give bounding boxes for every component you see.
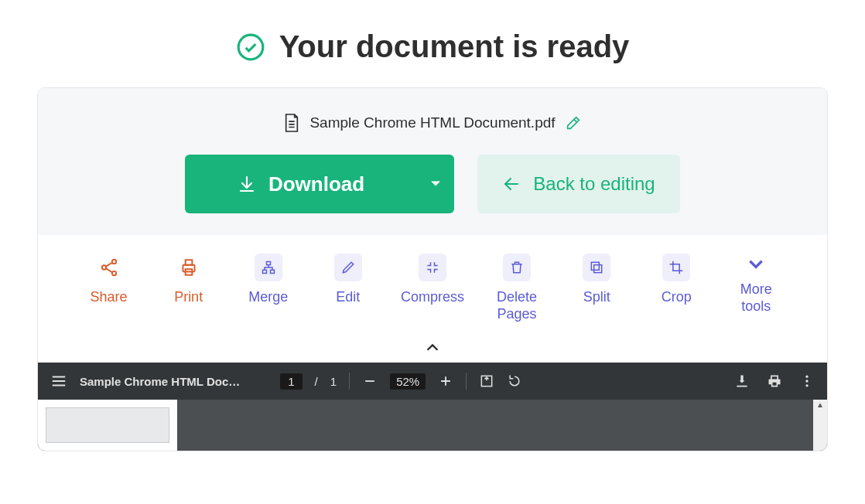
- page-title: Your document is ready: [279, 29, 630, 64]
- trash-icon: [503, 254, 531, 281]
- svg-point-15: [805, 384, 808, 387]
- tool-label: More tools: [740, 281, 772, 315]
- pdf-preview-area: ▲: [38, 400, 827, 451]
- download-icon: [238, 175, 256, 193]
- merge-icon: [255, 254, 282, 281]
- svg-rect-7: [266, 262, 270, 265]
- action-buttons: Download Back to editing: [185, 155, 680, 213]
- rotate-icon[interactable]: [507, 373, 522, 389]
- filename-row: Sample Chrome HTML Document.pdf: [283, 113, 581, 133]
- chevron-up-icon[interactable]: [424, 339, 441, 356]
- card-top-section: Sample Chrome HTML Document.pdf Download: [38, 88, 827, 235]
- divider: [349, 373, 350, 390]
- tool-label: Delete Pages: [497, 289, 537, 322]
- svg-rect-11: [594, 265, 602, 273]
- document-icon: [283, 113, 300, 133]
- tools-toolbar: Share Print Merge Edit Compress: [38, 235, 827, 336]
- tool-delete-pages[interactable]: Delete Pages: [490, 254, 544, 322]
- download-button[interactable]: Download: [185, 155, 454, 213]
- viewer-download-icon[interactable]: [734, 373, 750, 389]
- tool-label: Crop: [662, 289, 692, 306]
- chevron-down-icon: [746, 254, 766, 274]
- share-icon: [95, 254, 123, 281]
- check-circle-icon: [236, 32, 265, 62]
- fit-page-icon[interactable]: [479, 373, 494, 389]
- tool-split[interactable]: Split: [569, 254, 624, 306]
- svg-rect-8: [262, 270, 266, 273]
- svg-point-14: [805, 380, 808, 383]
- divider: [466, 373, 467, 390]
- zoom-out-icon[interactable]: [362, 373, 378, 389]
- filename-label: Sample Chrome HTML Document.pdf: [309, 114, 555, 131]
- back-to-editing-button[interactable]: Back to editing: [477, 155, 680, 213]
- caret-down-icon: [431, 179, 440, 189]
- edit-icon: [334, 254, 362, 281]
- result-card: Sample Chrome HTML Document.pdf Download: [37, 87, 828, 451]
- thumbnail-panel: [38, 400, 177, 451]
- tool-label: Share: [91, 289, 128, 306]
- download-options-caret[interactable]: [417, 179, 454, 189]
- split-icon: [583, 254, 610, 281]
- svg-rect-9: [270, 270, 274, 273]
- viewer-print-icon[interactable]: [767, 373, 782, 389]
- svg-rect-10: [591, 262, 599, 270]
- tool-compress[interactable]: Compress: [401, 254, 464, 306]
- compress-icon: [419, 254, 446, 281]
- zoom-in-icon[interactable]: [438, 373, 453, 389]
- scroll-up-arrow[interactable]: ▲: [816, 400, 824, 410]
- tool-merge[interactable]: Merge: [241, 254, 296, 306]
- svg-rect-4: [183, 265, 194, 272]
- svg-point-13: [805, 376, 808, 378]
- tool-print[interactable]: Print: [162, 254, 216, 306]
- back-label: Back to editing: [533, 173, 655, 195]
- tool-label: Print: [174, 289, 203, 306]
- tool-edit[interactable]: Edit: [321, 254, 375, 306]
- tool-more[interactable]: More tools: [729, 254, 783, 315]
- tool-label: Compress: [401, 289, 464, 306]
- arrow-left-icon: [502, 175, 521, 193]
- tool-label: Edit: [336, 289, 360, 306]
- page-total: 1: [330, 375, 337, 388]
- tool-share[interactable]: Share: [82, 254, 136, 306]
- page-separator: /: [315, 375, 318, 388]
- rename-icon[interactable]: [565, 114, 582, 131]
- tool-crop[interactable]: Crop: [649, 254, 703, 306]
- viewer-more-icon[interactable]: [799, 373, 815, 389]
- menu-icon[interactable]: [50, 373, 67, 390]
- viewer-document-title: Sample Chrome HTML Doc…: [80, 375, 240, 388]
- download-label: Download: [268, 172, 364, 196]
- print-icon: [175, 254, 203, 281]
- page-thumbnail[interactable]: [46, 407, 169, 443]
- zoom-level[interactable]: 52%: [390, 373, 426, 390]
- pdf-viewer-toolbar: Sample Chrome HTML Doc… 1 / 1 52%: [38, 363, 827, 400]
- svg-rect-5: [185, 260, 192, 265]
- tool-label: Split: [583, 289, 610, 306]
- svg-point-0: [238, 35, 263, 60]
- collapse-toolbar-row: [38, 336, 827, 363]
- page-current-input[interactable]: 1: [280, 373, 302, 390]
- crop-icon: [662, 254, 690, 281]
- preview-scrollbar[interactable]: ▲: [813, 400, 827, 451]
- tool-label: Merge: [248, 289, 288, 306]
